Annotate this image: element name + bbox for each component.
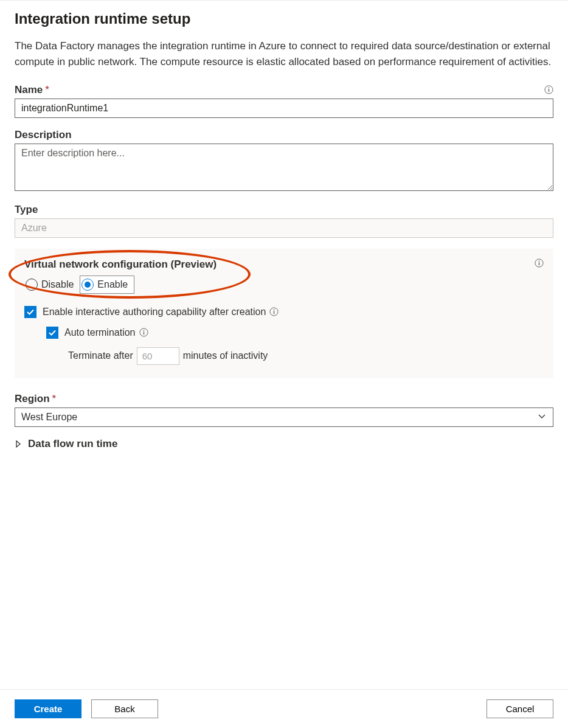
radio-icon <box>26 279 38 291</box>
type-label: Type <box>15 204 38 216</box>
svg-point-4 <box>538 261 539 262</box>
region-value: West Europe <box>15 407 553 427</box>
description-field-group: Description <box>15 129 553 193</box>
region-label: Region <box>15 393 50 404</box>
back-button[interactable]: Back <box>91 699 158 718</box>
svg-rect-11 <box>143 331 144 335</box>
svg-point-7 <box>274 310 275 311</box>
page-title: Integration runtime setup <box>15 10 553 27</box>
type-input: Azure <box>15 218 553 238</box>
vnet-radio-group: Disable Enable <box>24 276 544 294</box>
cancel-button[interactable]: Cancel <box>487 699 553 718</box>
terminate-before-label: Terminate after <box>68 350 133 361</box>
info-icon[interactable] <box>269 307 279 316</box>
terminate-minutes-input[interactable] <box>137 347 179 365</box>
svg-rect-5 <box>538 262 539 265</box>
name-field-group: Name* <box>15 84 553 118</box>
name-label: Name <box>15 84 43 95</box>
enable-authoring-checkbox[interactable]: Enable interactive authoring capability … <box>24 306 544 318</box>
enable-authoring-label: Enable interactive authoring capability … <box>43 307 266 317</box>
vnet-enable-radio[interactable]: Enable <box>80 276 134 294</box>
terminate-after-row: Terminate after minutes of inactivity <box>68 347 544 365</box>
svg-point-10 <box>143 330 144 331</box>
description-input[interactable] <box>15 144 553 191</box>
vnet-disable-label: Disable <box>41 279 74 290</box>
dataflow-expander[interactable]: Data flow run time <box>15 438 553 450</box>
checkbox-icon <box>24 306 36 318</box>
auto-termination-checkbox[interactable]: Auto termination <box>46 327 544 339</box>
region-field-group: Region* West Europe <box>15 393 553 427</box>
footer-bar: Create Back Cancel <box>0 689 568 728</box>
type-field-group: Type Azure <box>15 204 553 238</box>
checkbox-icon <box>46 327 58 339</box>
radio-icon <box>81 279 94 291</box>
region-select[interactable]: West Europe <box>15 407 553 427</box>
page-description: The Data Factory manages the integration… <box>15 38 553 71</box>
required-star: * <box>45 84 49 95</box>
svg-rect-8 <box>274 311 274 314</box>
info-icon[interactable] <box>544 85 553 95</box>
svg-point-1 <box>548 88 549 89</box>
vnet-enable-label: Enable <box>97 279 128 290</box>
vnet-disable-radio[interactable]: Disable <box>24 276 80 294</box>
vnet-section: Virtual network configuration (Preview) … <box>15 249 553 378</box>
dataflow-label: Data flow run time <box>28 438 117 450</box>
name-input[interactable] <box>15 99 553 118</box>
info-icon[interactable] <box>534 258 544 268</box>
auto-termination-label: Auto termination <box>64 327 136 338</box>
caret-right-icon <box>15 440 22 448</box>
create-button[interactable]: Create <box>15 699 81 718</box>
vnet-title: Virtual network configuration (Preview) <box>24 258 216 271</box>
required-star: * <box>52 393 57 404</box>
description-label: Description <box>15 129 72 141</box>
info-icon[interactable] <box>139 328 148 337</box>
terminate-after-label: minutes of inactivity <box>183 350 268 361</box>
svg-rect-2 <box>548 89 549 92</box>
